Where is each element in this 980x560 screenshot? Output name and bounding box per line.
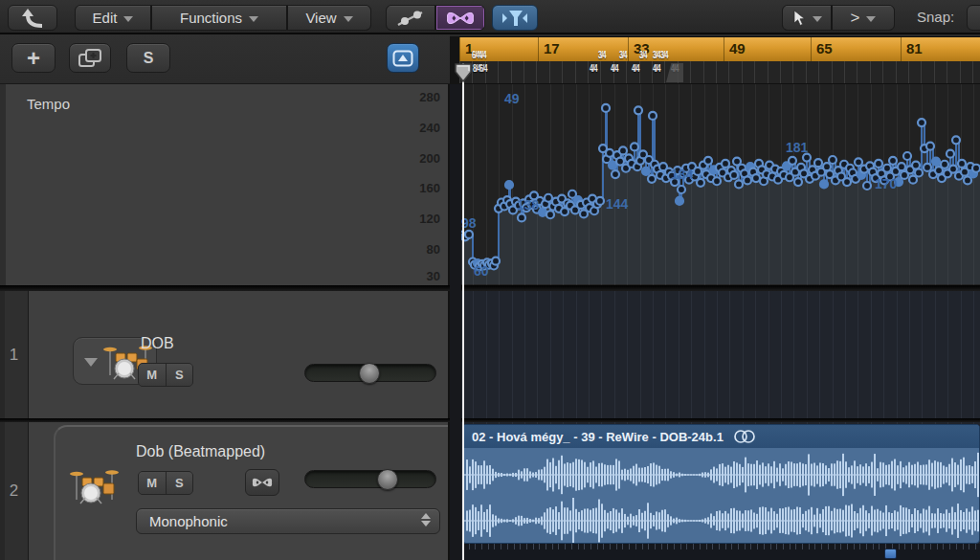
- tempo-point[interactable]: [619, 146, 627, 154]
- tempo-point[interactable]: [492, 258, 500, 265]
- tempo-point[interactable]: [915, 169, 923, 177]
- volume-knob[interactable]: [377, 469, 398, 490]
- tempo-point[interactable]: [972, 165, 980, 172]
- time-signature-marker[interactable]: 4/4: [611, 63, 618, 74]
- tempo-point[interactable]: [924, 164, 931, 171]
- tempo-point[interactable]: [602, 104, 610, 112]
- snap-dropdown[interactable]: [967, 5, 980, 31]
- tempo-point[interactable]: [649, 112, 657, 120]
- tempo-point[interactable]: [889, 157, 897, 165]
- tempo-point[interactable]: [903, 152, 911, 160]
- time-signature-marker[interactable]: 3/4: [653, 50, 660, 60]
- tempo-point[interactable]: [465, 231, 473, 238]
- tempo-point[interactable]: [546, 211, 554, 218]
- mute-button[interactable]: M: [139, 472, 166, 494]
- catch-playhead-button[interactable]: [492, 5, 538, 31]
- mute-button[interactable]: M: [139, 364, 166, 386]
- playhead-marker[interactable]: [454, 62, 473, 83]
- tempo-point[interactable]: [843, 178, 851, 186]
- tempo-point[interactable]: [730, 171, 738, 179]
- sub-ruler[interactable]: 8/46/44/44/44/44/44/4: [459, 61, 980, 84]
- tempo-point[interactable]: [823, 163, 831, 170]
- tempo-point[interactable]: [735, 180, 743, 188]
- time-signature-marker[interactable]: 4/4: [653, 63, 660, 74]
- tempo-point[interactable]: [676, 197, 683, 205]
- tempo-point[interactable]: [635, 106, 642, 114]
- tempo-point[interactable]: [909, 176, 917, 184]
- time-signature-marker[interactable]: 6/4: [479, 63, 487, 74]
- tempo-point[interactable]: [912, 162, 920, 169]
- tempo-point[interactable]: [612, 170, 619, 178]
- tempo-point[interactable]: [648, 175, 656, 183]
- tempo-point[interactable]: [744, 176, 751, 184]
- tempo-point[interactable]: [697, 179, 704, 187]
- tempo-point[interactable]: [883, 165, 891, 172]
- tempo-point[interactable]: [704, 157, 712, 165]
- tempo-point[interactable]: [898, 163, 905, 170]
- add-tempo-set-button[interactable]: +: [11, 43, 56, 73]
- time-signature-marker[interactable]: 3/4: [660, 50, 668, 60]
- tempo-point[interactable]: [932, 158, 940, 166]
- pointer-tool-button[interactable]: [783, 6, 831, 30]
- track-2-header[interactable]: Dob (Beatmapped) M S Monophonic: [29, 422, 450, 560]
- secondary-tool-button[interactable]: >: [833, 6, 894, 30]
- time-signature-marker[interactable]: 4/4: [590, 63, 597, 74]
- tempo-point[interactable]: [722, 160, 729, 168]
- audio-region[interactable]: 02 - Hová mégy_ - 39 - ReWire - DOB-24b.…: [462, 424, 980, 544]
- tempo-point[interactable]: [926, 143, 934, 150]
- tempo-point[interactable]: [947, 150, 954, 158]
- tempo-point[interactable]: [539, 209, 546, 216]
- back-parent-button[interactable]: [8, 5, 57, 31]
- beat-marker[interactable]: [884, 549, 897, 559]
- tempo-point[interactable]: [631, 143, 638, 150]
- close-global-tracks-button[interactable]: [387, 43, 419, 73]
- tempo-point[interactable]: [918, 119, 925, 126]
- tempo-curve-area[interactable]: 499860138144184181170: [450, 84, 980, 287]
- flex-mode-dropdown[interactable]: Monophonic: [136, 508, 440, 534]
- show-flex-button[interactable]: [436, 6, 484, 30]
- disclosure-triangle-icon[interactable]: [84, 358, 98, 367]
- playhead-line[interactable]: [462, 63, 464, 560]
- duplicate-set-button[interactable]: [69, 43, 111, 73]
- tempo-point[interactable]: [609, 162, 616, 169]
- tempo-point[interactable]: [713, 177, 721, 185]
- tempo-point[interactable]: [829, 156, 836, 164]
- track-2-volume-slider[interactable]: [304, 470, 436, 488]
- tempo-point[interactable]: [642, 168, 650, 175]
- tempo-point[interactable]: [814, 159, 822, 167]
- time-signature-marker[interactable]: 3/4: [639, 50, 647, 60]
- audio-region-header[interactable]: 02 - Hová mégy_ - 39 - ReWire - DOB-24b.…: [463, 425, 979, 448]
- automation-curve-button[interactable]: [387, 6, 434, 30]
- tempo-point[interactable]: [952, 136, 960, 144]
- tempo-point[interactable]: [863, 182, 871, 190]
- tempo-point[interactable]: [949, 166, 957, 173]
- tempo-point[interactable]: [789, 157, 796, 165]
- tempo-point[interactable]: [505, 181, 513, 189]
- solo-button[interactable]: S: [166, 472, 193, 494]
- tempo-point[interactable]: [964, 176, 971, 184]
- tempo-point[interactable]: [596, 197, 604, 205]
- menu-edit[interactable]: Edit: [76, 6, 150, 30]
- tempo-point[interactable]: [941, 161, 948, 168]
- tempo-point[interactable]: [958, 160, 966, 168]
- volume-knob[interactable]: [359, 363, 380, 384]
- tempo-point[interactable]: [616, 158, 624, 166]
- time-signature-marker[interactable]: 4/4: [632, 63, 639, 74]
- menu-view[interactable]: View: [288, 6, 370, 30]
- track-1-header[interactable]: DOB M S: [29, 291, 450, 418]
- waveform-display[interactable]: [463, 448, 979, 544]
- tempo-point[interactable]: [794, 178, 802, 186]
- tempo-point[interactable]: [678, 186, 685, 193]
- time-signature-marker[interactable]: 3/4: [619, 50, 627, 60]
- track-2-name[interactable]: Dob (Beatmapped): [136, 443, 265, 460]
- tempo-point[interactable]: [855, 158, 862, 166]
- track-1-volume-slider[interactable]: [304, 364, 436, 382]
- menu-functions[interactable]: Functions: [152, 6, 286, 30]
- time-signature-marker[interactable]: 4/4: [479, 50, 486, 60]
- tempo-point[interactable]: [752, 174, 760, 182]
- solo-button[interactable]: S: [166, 364, 193, 386]
- tempo-point[interactable]: [875, 160, 882, 168]
- time-signature-marker[interactable]: 3/4: [598, 50, 606, 60]
- tempo-point[interactable]: [606, 149, 613, 157]
- track-1-lane[interactable]: [450, 291, 980, 418]
